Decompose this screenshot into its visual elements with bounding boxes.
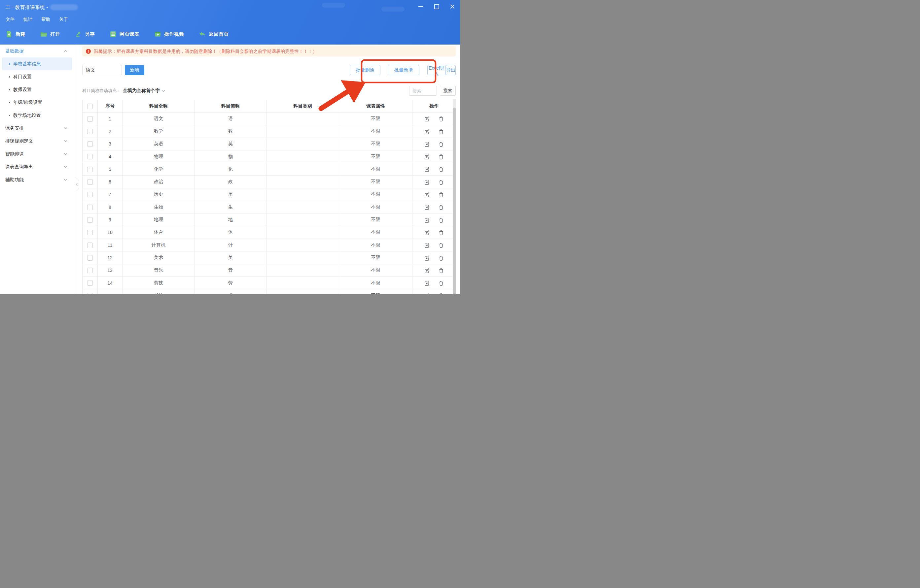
edit-icon[interactable] [424, 268, 429, 273]
edit-icon[interactable] [424, 218, 429, 223]
web-timetable-button[interactable]: 网页课表 [110, 31, 139, 38]
subject-name-input[interactable] [82, 65, 122, 75]
edit-icon[interactable] [424, 154, 429, 159]
bulk-action-button[interactable]: 导出 [446, 65, 456, 75]
sidebar-item[interactable]: 年级/班级设置 [0, 96, 74, 109]
menu-bar: 文件 统计 帮助 关于 [0, 14, 68, 25]
table-scrollbar-thumb[interactable] [453, 108, 456, 294]
save-as-button[interactable]: 另存 [75, 31, 95, 38]
edit-icon[interactable] [424, 205, 429, 210]
back-home-button[interactable]: 返回首页 [199, 31, 228, 38]
menu-item[interactable]: 文件 [6, 16, 15, 23]
edit-icon[interactable] [424, 255, 429, 261]
subject-category [267, 113, 339, 125]
delete-icon[interactable] [439, 281, 444, 286]
sidebar-group[interactable]: 辅助功能 [0, 173, 74, 186]
bullet-icon [9, 63, 10, 65]
menu-item[interactable]: 关于 [59, 16, 68, 23]
subject-abbr: 英 [195, 137, 267, 150]
delete-icon[interactable] [439, 268, 444, 273]
main-content: ! 温馨提示：所有课表方案科目数据是共用的，请勿随意删除！（删除科目会影响之前学… [74, 45, 460, 294]
edit-icon[interactable] [424, 281, 429, 286]
delete-icon[interactable] [439, 293, 444, 294]
row-index: 9 [98, 213, 123, 226]
delete-icon[interactable] [439, 116, 444, 121]
subject-full-name: 政治 [123, 176, 195, 188]
delete-icon[interactable] [439, 142, 444, 147]
edit-icon[interactable] [424, 242, 429, 248]
tutorial-video-button[interactable]: 操作视频 [154, 31, 184, 38]
row-checkbox[interactable] [87, 129, 93, 134]
subject-category [267, 150, 339, 163]
row-checkbox[interactable] [87, 166, 93, 172]
bulk-action-button[interactable]: 批量新增 [388, 65, 420, 75]
row-checkbox[interactable] [87, 268, 93, 273]
row-checkbox[interactable] [87, 192, 93, 197]
timetable-attr: 不限 [339, 201, 413, 213]
edit-icon[interactable] [424, 179, 429, 185]
delete-icon[interactable] [439, 179, 444, 185]
row-checkbox[interactable] [87, 229, 93, 235]
row-checkbox[interactable] [87, 293, 93, 294]
edit-icon[interactable] [424, 142, 429, 147]
open-button[interactable]: 打开 [40, 31, 60, 38]
delete-icon[interactable] [439, 154, 444, 159]
sidebar-group[interactable]: 排课规则定义 [0, 135, 74, 147]
row-checkbox[interactable] [87, 255, 93, 261]
menu-item[interactable]: 帮助 [41, 16, 50, 23]
edit-icon[interactable] [424, 166, 429, 172]
sidebar-item[interactable]: 学校基本信息 [2, 57, 72, 70]
edit-icon[interactable] [424, 230, 429, 235]
close-icon[interactable] [449, 4, 455, 10]
row-checkbox[interactable] [87, 280, 93, 286]
open-folder-icon [40, 31, 47, 38]
add-button[interactable]: 新增 [125, 65, 144, 75]
maximize-icon[interactable] [434, 4, 439, 10]
edit-icon[interactable] [424, 192, 429, 197]
delete-icon[interactable] [439, 218, 444, 223]
sidebar-group[interactable]: 课务安排 [0, 122, 74, 135]
minimize-icon[interactable] [418, 4, 424, 10]
table-row: 15 书法 书 不限 [83, 289, 456, 294]
delete-icon[interactable] [439, 230, 444, 235]
bullet-icon [9, 89, 10, 90]
delete-icon[interactable] [439, 166, 444, 172]
sidebar-item[interactable]: 科目设置 [0, 70, 74, 83]
subject-full-name: 音乐 [123, 264, 195, 276]
row-checkbox[interactable] [87, 242, 93, 248]
timetable-attr: 不限 [339, 264, 413, 276]
chevron-up-icon [64, 50, 67, 52]
row-checkbox[interactable] [87, 205, 93, 210]
select-all-checkbox[interactable] [87, 103, 93, 109]
subject-full-name: 物理 [123, 150, 195, 163]
delete-icon[interactable] [439, 242, 444, 248]
edit-icon[interactable] [424, 293, 429, 294]
delete-icon[interactable] [439, 192, 444, 197]
row-index: 8 [98, 201, 123, 213]
bulk-action-button[interactable]: 批量删除 [350, 65, 381, 75]
sidebar-item[interactable]: 教学场地设置 [0, 109, 74, 122]
row-checkbox[interactable] [87, 116, 93, 122]
new-button[interactable]: 新建 [6, 31, 26, 38]
row-checkbox[interactable] [87, 141, 93, 147]
autofill-dropdown[interactable]: 全填为全称首个字 [123, 88, 165, 94]
row-checkbox[interactable] [87, 179, 93, 185]
search-input[interactable] [409, 86, 437, 96]
sidebar-section-basic-data[interactable]: 基础数据 [0, 45, 74, 57]
delete-icon[interactable] [439, 129, 444, 134]
sidebar-item[interactable]: 教师设置 [0, 83, 74, 96]
bullet-icon [9, 102, 10, 103]
sidebar-group[interactable]: 智能排课 [0, 147, 74, 160]
delete-icon[interactable] [439, 205, 444, 210]
edit-icon[interactable] [424, 116, 429, 121]
delete-icon[interactable] [439, 255, 444, 261]
sidebar: 基础数据 学校基本信息 科目设置 教师设置 [0, 45, 74, 294]
row-checkbox[interactable] [87, 217, 93, 223]
menu-item[interactable]: 统计 [23, 16, 32, 23]
subject-abbr: 数 [195, 125, 267, 137]
bulk-action-button[interactable]: Excel导入 [427, 65, 446, 75]
edit-icon[interactable] [424, 129, 429, 134]
row-checkbox[interactable] [87, 154, 93, 159]
sidebar-group[interactable]: 课表查询导出 [0, 160, 74, 173]
search-button[interactable]: 搜索 [440, 86, 456, 96]
